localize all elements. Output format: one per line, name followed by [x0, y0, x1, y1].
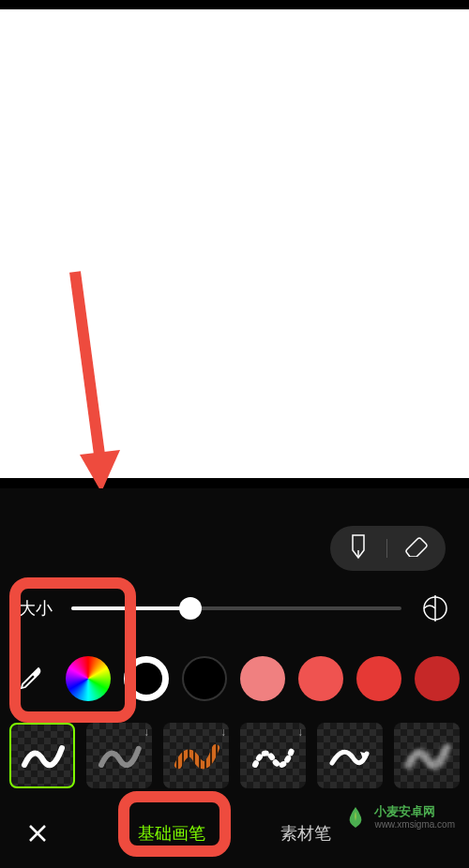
tool-group [330, 526, 446, 571]
svg-marker-1 [80, 450, 120, 492]
eraser-tool-icon[interactable] [404, 536, 429, 561]
color-swatch-darkred[interactable] [356, 656, 401, 701]
slider-fill [71, 606, 190, 610]
size-slider-section: 大小 [0, 573, 469, 643]
tool-divider [386, 539, 387, 558]
watermark-line2: www.xmsigma.com [374, 819, 455, 831]
color-swatch-black[interactable] [182, 656, 227, 701]
brush-solid[interactable] [9, 723, 75, 788]
color-swatch-deepred[interactable] [415, 656, 460, 701]
slider-thumb[interactable] [179, 597, 202, 620]
download-icon: ↓ [144, 726, 149, 739]
status-bar [0, 0, 469, 9]
slider-label: 大小 [19, 597, 53, 620]
pen-tool-icon[interactable] [347, 533, 370, 563]
svg-line-0 [75, 272, 101, 469]
tab-basic-brush[interactable]: 基础画笔 [138, 815, 205, 852]
close-button[interactable] [19, 815, 56, 852]
download-icon: ↓ [297, 726, 303, 739]
color-section [0, 643, 469, 713]
brush-dotted[interactable]: ↓ [240, 723, 306, 788]
brush-spray[interactable]: ↓ [86, 723, 152, 788]
color-picker-button[interactable] [66, 656, 111, 701]
brush-tiger[interactable]: ↓ [163, 723, 229, 788]
eyedropper-button[interactable] [9, 656, 53, 701]
watermark-line1: 小麦安卓网 [374, 804, 455, 819]
color-swatch-lightred[interactable] [240, 656, 285, 701]
color-swatch-red[interactable] [298, 656, 343, 701]
brush-arrow[interactable] [317, 723, 383, 788]
tool-bar [0, 488, 469, 573]
watermark: 小麦安卓网 www.xmsigma.com [342, 804, 455, 831]
watermark-logo-icon [342, 804, 369, 831]
drawing-canvas[interactable] [0, 9, 469, 478]
brush-soft[interactable] [394, 723, 460, 788]
watermark-text: 小麦安卓网 www.xmsigma.com [374, 804, 455, 831]
size-slider[interactable] [71, 606, 401, 610]
brush-section: ↓ ↓ ↓ [0, 713, 469, 798]
tutorial-arrow-annotation [56, 262, 122, 497]
symmetry-icon[interactable] [420, 593, 450, 623]
tab-material-brush[interactable]: 素材笔 [280, 815, 331, 852]
color-swatch-white[interactable] [124, 656, 169, 701]
download-icon: ↓ [220, 726, 226, 739]
